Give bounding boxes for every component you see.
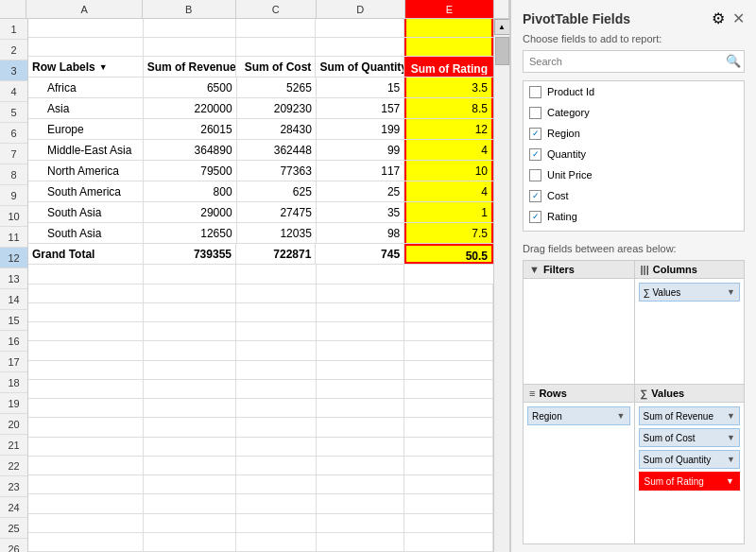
row-labels-dropdown-icon[interactable]: ▼ [99, 57, 108, 77]
cell-s-asia2-label[interactable]: South Asia [28, 223, 144, 243]
cell-africa-label[interactable]: Africa [28, 78, 144, 97]
cell-africa-d[interactable]: 15 [317, 78, 404, 97]
header-row-labels[interactable]: Row Labels ▼ [28, 57, 144, 77]
cell-2c[interactable] [236, 38, 316, 56]
field-checkbox-region[interactable]: ✓ [529, 128, 541, 140]
cell-n-america-e[interactable]: 10 [404, 161, 493, 181]
cell-1b[interactable] [144, 19, 236, 37]
cell-n-america-c[interactable]: 77363 [237, 161, 317, 181]
header-quantity[interactable]: Sum of Quantity [316, 57, 404, 77]
cell-1a[interactable] [28, 19, 144, 37]
cell-1e[interactable] [404, 19, 493, 37]
cell-africa-b[interactable]: 6500 [144, 78, 236, 97]
field-checkbox-category[interactable] [529, 107, 541, 119]
cell-europe-e[interactable]: 12 [404, 119, 493, 139]
cell-asia-b[interactable]: 220000 [144, 98, 236, 118]
grand-total-e[interactable]: 50.5 [404, 244, 493, 264]
values-chip-cost[interactable]: Sum of Cost ▼ [639, 428, 741, 447]
cell-2b[interactable] [144, 38, 236, 56]
cell-s-asia2-b[interactable]: 12650 [144, 223, 236, 243]
cell-n-america-d[interactable]: 117 [317, 161, 404, 181]
grand-total-d[interactable]: 745 [316, 244, 404, 264]
cell-s-asia2-e[interactable]: 7.5 [404, 223, 493, 243]
cell-s-asia1-c[interactable]: 27475 [237, 202, 317, 222]
scrollbar[interactable]: ▲ [493, 19, 509, 552]
cell-europe-d[interactable]: 199 [317, 119, 404, 139]
header-revenue[interactable]: Sum of Revenue [144, 57, 236, 77]
cell-s-america-e[interactable]: 4 [404, 181, 493, 201]
cell-africa-e[interactable]: 3.5 [404, 78, 493, 97]
field-item-category[interactable]: Category [524, 102, 744, 123]
cell-n-america-label[interactable]: North America [28, 161, 144, 181]
values-chip-revenue-dropdown[interactable]: ▼ [727, 411, 735, 421]
cell-2e[interactable] [404, 38, 493, 56]
cell-1d[interactable] [316, 19, 404, 37]
cell-s-asia1-label[interactable]: South Asia [28, 202, 144, 222]
field-item-region[interactable]: ✓ Region [524, 123, 744, 144]
values-chip-quantity-dropdown[interactable]: ▼ [727, 455, 735, 464]
grand-total-label[interactable]: Grand Total [28, 244, 144, 264]
cell-s-asia1-e[interactable]: 1 [404, 202, 493, 222]
cell-s-asia2-d[interactable]: 98 [317, 223, 404, 243]
cell-asia-e[interactable]: 8.5 [404, 98, 493, 118]
values-chip-rating-dropdown[interactable]: ▼ [726, 476, 734, 486]
field-item-quantity[interactable]: ✓ Quantity [524, 144, 744, 164]
cell-s-asia1-d[interactable]: 35 [317, 202, 404, 222]
scrollbar-thumb[interactable] [495, 37, 509, 65]
cell-me-asia-b[interactable]: 364890 [144, 140, 236, 160]
cell-me-asia-d[interactable]: 99 [317, 140, 404, 160]
gear-icon[interactable]: ⚙ [712, 9, 725, 27]
rows-chip-dropdown-icon[interactable]: ▼ [617, 411, 626, 421]
grand-total-c[interactable]: 722871 [236, 244, 316, 264]
field-item-product-id[interactable]: Product Id [524, 81, 744, 102]
close-icon[interactable]: ✕ [732, 9, 745, 27]
cell-me-asia-e[interactable]: 4 [404, 140, 493, 160]
cell-asia-d[interactable]: 157 [317, 98, 404, 118]
field-item-revenue[interactable]: ✓ Revenue [524, 227, 744, 232]
cell-s-asia2-c[interactable]: 12035 [237, 223, 317, 243]
cell-asia-label[interactable]: Asia [28, 98, 144, 118]
field-checkbox-revenue[interactable]: ✓ [529, 232, 541, 233]
field-checkbox-product-id[interactable] [529, 86, 541, 98]
cell-europe-label[interactable]: Europe [28, 119, 144, 139]
field-item-cost[interactable]: ✓ Cost [524, 185, 744, 206]
cell-s-america-c[interactable]: 625 [237, 181, 317, 201]
scroll-up-button[interactable]: ▲ [494, 19, 510, 35]
grand-total-b[interactable]: 739355 [144, 244, 236, 264]
cell-2a[interactable] [28, 38, 144, 56]
cell-1c[interactable] [236, 19, 316, 37]
cell-2d[interactable] [316, 38, 404, 56]
cell-s-asia1-b[interactable]: 29000 [144, 202, 236, 222]
field-item-unit-price[interactable]: Unit Price [524, 164, 744, 185]
header-rating[interactable]: Sum of Rating [404, 57, 493, 77]
cell-s-america-b[interactable]: 800 [144, 181, 236, 201]
cell-me-asia-c[interactable]: 362448 [237, 140, 317, 160]
field-checkbox-rating[interactable]: ✓ [529, 211, 541, 223]
col-header-a[interactable]: A [26, 0, 142, 18]
cell-europe-b[interactable]: 26015 [144, 119, 236, 139]
col-header-d[interactable]: D [317, 0, 405, 18]
values-chip-quantity[interactable]: Sum of Quantity ▼ [639, 450, 741, 469]
col-header-e[interactable]: E [405, 0, 494, 18]
pivot-search-input[interactable] [523, 50, 745, 73]
col-header-c[interactable]: C [236, 0, 317, 18]
cell-asia-c[interactable]: 209230 [237, 98, 317, 118]
field-checkbox-cost[interactable]: ✓ [529, 190, 541, 202]
col-header-b[interactable]: B [143, 0, 236, 18]
columns-chip-values[interactable]: ∑ Values ▼ [639, 283, 741, 302]
cell-n-america-b[interactable]: 79500 [144, 161, 236, 181]
cell-europe-c[interactable]: 28430 [237, 119, 317, 139]
cell-s-america-label[interactable]: South America [28, 181, 144, 201]
cell-s-america-d[interactable]: 25 [317, 181, 404, 201]
field-checkbox-unit-price[interactable] [529, 169, 541, 181]
field-item-rating[interactable]: ✓ Rating [524, 206, 744, 227]
values-chip-rating[interactable]: Sum of Rating ▼ [639, 472, 741, 491]
header-cost[interactable]: Sum of Cost [236, 57, 316, 77]
values-chip-revenue[interactable]: Sum of Revenue ▼ [639, 406, 741, 425]
values-chip-cost-dropdown[interactable]: ▼ [727, 433, 735, 442]
field-checkbox-quantity[interactable]: ✓ [529, 148, 541, 161]
cell-me-asia-label[interactable]: Middle-East Asia [28, 140, 144, 160]
columns-chip-dropdown-icon[interactable]: ▼ [727, 287, 735, 297]
rows-chip-region[interactable]: Region ▼ [527, 406, 630, 425]
cell-africa-c[interactable]: 5265 [237, 78, 317, 97]
